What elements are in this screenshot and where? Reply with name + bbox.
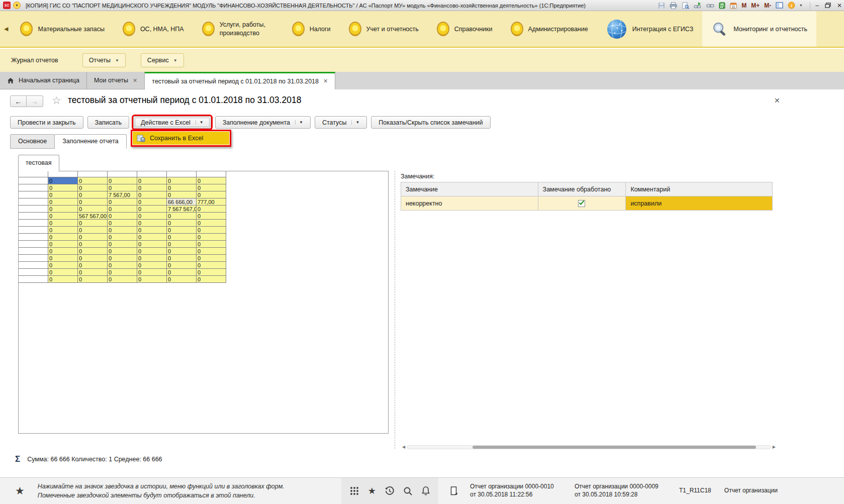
sheet-cell[interactable]: 0 bbox=[197, 191, 226, 198]
form-close-icon[interactable]: ✕ bbox=[774, 96, 780, 105]
sheet-cell[interactable]: 0 bbox=[197, 255, 226, 262]
close-button[interactable]: ✕ bbox=[837, 2, 842, 9]
sheet-cell[interactable]: 0 bbox=[48, 248, 78, 255]
sheet-cell[interactable]: 0 bbox=[167, 184, 197, 191]
sheet-cell[interactable]: 0 bbox=[137, 255, 167, 262]
ribbon-item-section[interactable]: Услуги, работы, производство bbox=[193, 11, 283, 47]
sheet-cell[interactable]: 0 bbox=[48, 206, 78, 213]
sheet-cell[interactable]: 0 bbox=[48, 213, 78, 220]
sheet-cell[interactable]: 0 bbox=[48, 227, 78, 234]
toolbar-button[interactable]: Заполнение документа▼ bbox=[215, 116, 311, 129]
form-tab[interactable]: Заполнение отчета bbox=[54, 134, 126, 149]
form-tab[interactable]: Основное bbox=[10, 134, 55, 149]
service-menu-arrow-button[interactable]: ▾ bbox=[800, 1, 802, 10]
history-item[interactable]: Отчет организации bbox=[724, 487, 778, 495]
save-to-excel-menuitem[interactable]: Сохранить в Excel bbox=[133, 132, 229, 145]
window-tab[interactable]: Мои отчеты✕ bbox=[87, 72, 145, 89]
calc-m-button[interactable]: M bbox=[741, 1, 746, 10]
ribbon-item-section[interactable]: Налоги bbox=[283, 11, 340, 47]
sheet-rowheader-cell[interactable] bbox=[19, 269, 48, 276]
ribbon-item-active[interactable]: Мониторинг и отчетность bbox=[702, 11, 816, 47]
sheet-cell[interactable]: 0 bbox=[137, 198, 167, 206]
sheet-cell[interactable]: 0 bbox=[48, 191, 78, 198]
sheet-cell[interactable]: 0 bbox=[167, 177, 197, 184]
sheet-cell[interactable]: 7 567 567,00 bbox=[167, 206, 197, 213]
go-link-icon[interactable] bbox=[706, 1, 714, 10]
sheet-cell[interactable]: 0 bbox=[197, 227, 226, 234]
sheet-rowheader-cell[interactable] bbox=[19, 198, 48, 206]
sheet-cell[interactable]: 0 bbox=[167, 220, 197, 227]
toolbar-button[interactable]: Провести и закрыть bbox=[10, 116, 83, 129]
print-preview-icon[interactable] bbox=[682, 1, 689, 10]
sheet-cell[interactable]: 0 bbox=[197, 262, 226, 269]
sheet-cell[interactable]: 0 bbox=[48, 177, 78, 184]
save-icon[interactable] bbox=[658, 1, 665, 10]
remarks-hscrollbar[interactable]: ◀ ▶ bbox=[401, 444, 777, 450]
notifications-icon[interactable] bbox=[421, 486, 430, 496]
sheet-cell[interactable]: 0 bbox=[137, 241, 167, 248]
sheet-cell[interactable]: 0 bbox=[78, 184, 108, 191]
toolbar-button[interactable]: Показать/Скрыть список замечаний bbox=[371, 116, 490, 129]
sheet-cell[interactable]: 0 bbox=[48, 269, 78, 276]
favorites-star-icon[interactable]: ★ bbox=[368, 485, 376, 496]
sheet-cell[interactable]: 0 bbox=[78, 220, 108, 227]
ribbon-item-section[interactable]: Администрирование bbox=[502, 11, 597, 47]
print-icon[interactable] bbox=[670, 1, 677, 10]
main-menu-button[interactable]: ▼ bbox=[13, 2, 21, 9]
sheet-cell[interactable]: 0 bbox=[167, 269, 197, 276]
scrollbar-thumb[interactable] bbox=[473, 446, 756, 449]
remark-row[interactable]: некорректно исправили bbox=[401, 196, 773, 211]
sheet-cell[interactable]: 0 bbox=[197, 276, 226, 283]
sheet-cell[interactable]: 0 bbox=[108, 206, 137, 213]
apps-grid-icon[interactable] bbox=[349, 486, 359, 496]
sheet-cell[interactable]: 0 bbox=[108, 213, 137, 220]
favorite-star-icon[interactable]: ☆ bbox=[52, 94, 61, 107]
ribbon-collapse-arrow-icon[interactable]: ◀ bbox=[0, 26, 11, 32]
sheet-cell[interactable]: 0 bbox=[137, 262, 167, 269]
history-item[interactable]: Отчет организации 0000-0009 от 30.05.201… bbox=[575, 483, 666, 498]
calc-m-minus-button[interactable]: M- bbox=[764, 1, 771, 10]
restore-button[interactable] bbox=[825, 3, 831, 8]
tab-close-icon[interactable]: ✕ bbox=[133, 77, 137, 84]
sheet-cell[interactable]: 0 bbox=[48, 262, 78, 269]
sheet-cell[interactable]: 0 bbox=[78, 255, 108, 262]
get-link-icon[interactable] bbox=[694, 1, 702, 10]
sheet-rowheader-cell[interactable] bbox=[19, 255, 48, 262]
sheet-cell[interactable]: 0 bbox=[167, 276, 197, 283]
sheet-rowheader-cell[interactable] bbox=[19, 206, 48, 213]
sheet-cell[interactable]: 0 bbox=[167, 227, 197, 234]
sheet-cell[interactable]: 0 bbox=[167, 234, 197, 241]
sheet-rowheader-cell[interactable] bbox=[19, 241, 48, 248]
sheet-cell[interactable]: 0 bbox=[137, 248, 167, 255]
journal-link[interactable]: Журнал отчетов bbox=[11, 57, 58, 64]
sheet-cell[interactable]: 0 bbox=[108, 184, 137, 191]
sheet-cell[interactable]: 0 bbox=[137, 227, 167, 234]
service-menu-button[interactable]: Сервис ▼ bbox=[141, 53, 184, 67]
sheet-cell[interactable]: 0 bbox=[167, 191, 197, 198]
sheet-cell[interactable]: 0 bbox=[108, 177, 137, 184]
scroll-right-icon[interactable]: ▶ bbox=[771, 445, 777, 449]
sheet-cell[interactable]: 0 bbox=[137, 234, 167, 241]
sheet-cell[interactable]: 0 bbox=[48, 198, 78, 206]
history-icon[interactable] bbox=[385, 486, 395, 496]
sheet-cell[interactable]: 0 bbox=[78, 191, 108, 198]
sheet-cell[interactable]: 0 bbox=[197, 213, 226, 220]
history-item[interactable]: T1_R11C18 bbox=[679, 487, 711, 495]
sheet-rowheader-cell[interactable] bbox=[19, 248, 48, 255]
ribbon-item-section[interactable]: Интеграция с ЕГИСЗ bbox=[597, 11, 703, 47]
sheet-cell[interactable]: 0 bbox=[167, 241, 197, 248]
app-1c-logo-icon[interactable]: 1С bbox=[3, 2, 11, 9]
sheet-cell[interactable]: 0 bbox=[78, 227, 108, 234]
excel-actions-button[interactable]: Действие с Excel▼ bbox=[133, 116, 211, 129]
sheet-cell[interactable]: 7 567,00 bbox=[108, 191, 137, 198]
sheet-cell[interactable]: 0 bbox=[108, 198, 137, 206]
sheet-cell[interactable]: 0 bbox=[108, 269, 137, 276]
calendar-icon[interactable]: 31 bbox=[730, 1, 737, 10]
sheet-cell[interactable]: 0 bbox=[78, 269, 108, 276]
sheet-cell[interactable]: 0 bbox=[108, 276, 137, 283]
sheet-cell[interactable]: 0 bbox=[108, 220, 137, 227]
sheet-cell[interactable]: 0 bbox=[108, 234, 137, 241]
sheet-rowheader-cell[interactable] bbox=[19, 213, 48, 220]
sheet-cell[interactable]: 0 bbox=[137, 191, 167, 198]
sheet-rowheader-cell[interactable] bbox=[19, 191, 48, 198]
